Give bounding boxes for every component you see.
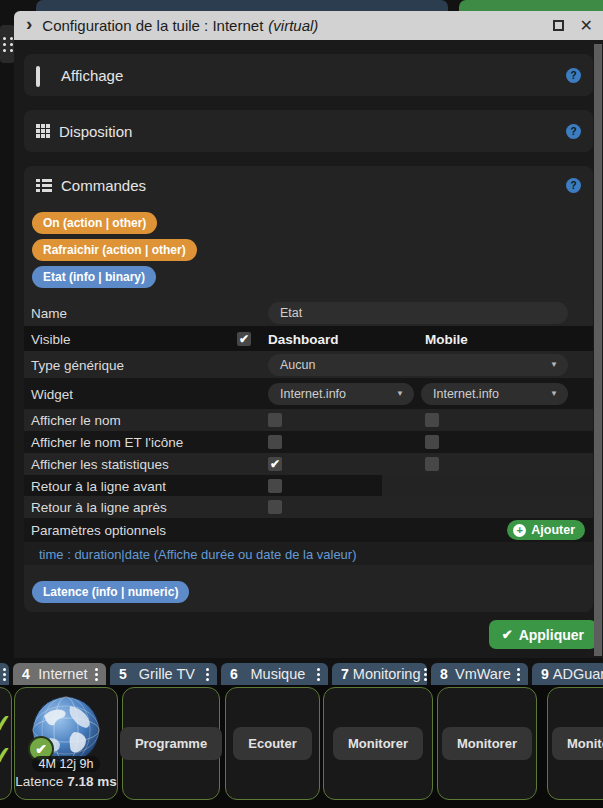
kebab-menu-icon[interactable] [424, 668, 427, 681]
tab-internet[interactable]: 4 Internet [13, 663, 106, 685]
tile-ecouter: Ecouter [225, 687, 320, 800]
chevron-down-icon: ▼ [550, 354, 558, 376]
chevron-down-icon: ▼ [396, 383, 404, 405]
afficher-nom-icone-label: Afficher le nom ET l'icône [31, 435, 183, 450]
name-label: Name [31, 305, 67, 320]
tile-monitorer-3: Monitorer [547, 687, 603, 800]
afficher-nom-mobile-checkbox[interactable]: ✔ [425, 413, 439, 427]
kebab-menu-icon[interactable] [517, 668, 520, 681]
ecouter-button[interactable]: Ecouter [233, 727, 311, 760]
visible-label: Visible [31, 331, 71, 346]
maximize-icon[interactable] [553, 20, 564, 31]
type-generique-label: Type générique [31, 357, 124, 372]
close-icon[interactable]: ✕ [580, 18, 593, 34]
tile-monitorer-2: Monitorer [437, 687, 537, 800]
tile-monitorer-1: Monitorer [323, 687, 433, 800]
widget-label: Widget [31, 386, 73, 401]
ajouter-button[interactable]: + Ajouter [507, 520, 585, 540]
uptime-badge: 4M 12j 9h [32, 756, 101, 772]
tab-musique[interactable]: 6 Musique [221, 663, 328, 685]
row-retour-ligne-avant: Retour à la ligne avant ✔ [24, 475, 593, 496]
section-disposition-label: Disposition [59, 123, 132, 140]
row-parametres-optionnels: Paramètres optionnels + Ajouter [24, 518, 593, 542]
retour-ligne-apres-label: Retour à la ligne après [31, 500, 167, 515]
check-icon: ✔ [502, 627, 513, 642]
tile-internet-status[interactable]: ✔ 4M 12j 9h Latence7.18 ms [14, 687, 118, 800]
chevron-right-icon: › [26, 13, 32, 35]
background-tab-strip-green [459, 0, 603, 11]
section-commandes-label: Commandes [61, 177, 146, 194]
monitor-icon [36, 68, 52, 82]
green-check-icon: ✔ [0, 709, 14, 740]
row-hint: time : duration|date (Affiche durée ou d… [24, 542, 593, 565]
dialog-titlebar[interactable]: › Configuration de la tuile : Internet (… [14, 11, 603, 40]
dialog-body: Affichage ? Disposition ? Commandes ? [14, 40, 603, 658]
kebab-menu-icon[interactable] [95, 668, 98, 681]
dialog-scrollbar[interactable] [594, 44, 602, 656]
tab-vmware[interactable]: 8 VmWare [431, 663, 528, 685]
section-disposition[interactable]: Disposition ? [24, 110, 593, 152]
afficher-statistiques-label: Afficher les statistiques [31, 457, 169, 472]
kebab-menu-icon[interactable] [206, 668, 209, 681]
afficher-nom-dashboard-checkbox[interactable]: ✔ [268, 413, 282, 427]
monitorer-button[interactable]: Monitorer [552, 727, 603, 760]
monitorer-button[interactable]: Monitorer [333, 727, 423, 760]
row-name: Name [24, 299, 593, 326]
row-visible: Visible ✔ Dashboard Mobile [24, 326, 593, 351]
row-afficher-nom: Afficher le nom ✔ ✔ [24, 409, 593, 431]
help-icon-commandes[interactable]: ? [566, 178, 581, 193]
parametres-optionnels-label: Paramètres optionnels [31, 523, 166, 538]
tab-monitoring[interactable]: 7 Monitoring [332, 663, 427, 685]
retour-ligne-avant-label: Retour à la ligne avant [31, 478, 166, 493]
kebab-menu-icon[interactable] [3, 668, 6, 681]
appliquer-button[interactable]: ✔ Appliquer [489, 620, 597, 649]
widget-dashboard-select[interactable]: Internet.info▼ [268, 383, 414, 405]
background-tab-strip-blue [36, 0, 448, 11]
programme-button[interactable]: Programme [120, 727, 222, 760]
help-icon-disposition[interactable]: ? [566, 124, 581, 139]
chevron-down-icon: ▼ [550, 383, 558, 405]
visible-checkbox[interactable]: ✔ [237, 332, 251, 346]
row-afficher-nom-icone: Afficher le nom ET l'icône ✔ ✔ [24, 431, 593, 453]
dialog-title-suffix: (virtual) [268, 17, 318, 34]
tab-partial-left[interactable] [0, 663, 9, 685]
retour-ligne-apres-checkbox[interactable]: ✔ [268, 500, 282, 514]
kebab-menu-icon[interactable] [317, 668, 320, 681]
afficher-nom-icone-dashboard-checkbox[interactable]: ✔ [268, 435, 282, 449]
tile-programme: Programme [122, 687, 220, 800]
command-form: Name Visible ✔ Dashboard Mobile Type gén… [24, 299, 593, 565]
list-icon [36, 179, 52, 192]
section-affichage[interactable]: Affichage ? [24, 54, 593, 96]
grip-dots-icon [3, 37, 13, 52]
tile-partial-left: ✔ ✔ [0, 687, 12, 800]
grid-icon [36, 124, 50, 138]
help-icon-affichage[interactable]: ? [566, 68, 581, 83]
tab-adguard[interactable]: 9 ADGuard [532, 663, 603, 685]
scrollbar-thumb[interactable] [594, 44, 602, 656]
section-affichage-label: Affichage [61, 67, 123, 84]
command-badges: On (action | other) Rafraichir (action |… [32, 212, 593, 288]
retour-ligne-avant-checkbox[interactable]: ✔ [268, 479, 282, 493]
command-badge-latence[interactable]: Latence (info | numeric) [32, 581, 189, 603]
afficher-nom-icone-mobile-checkbox[interactable]: ✔ [425, 435, 439, 449]
command-badge-etat[interactable]: Etat (info | binary) [32, 266, 156, 288]
dashboard-tiles: ✔ ✔ [0, 685, 603, 808]
dialog-drag-handle[interactable] [0, 25, 15, 63]
dashboard-tab-bar: 4 Internet 5 Grille TV 6 Musique 7 Monit… [0, 663, 603, 685]
command-badge-on[interactable]: On (action | other) [32, 212, 157, 234]
monitorer-button[interactable]: Monitorer [442, 727, 532, 760]
command-badge-rafraichir[interactable]: Rafraichir (action | other) [32, 239, 197, 261]
latency-text: Latence7.18 ms [15, 774, 117, 789]
widget-mobile-select[interactable]: Internet.info▼ [421, 383, 568, 405]
afficher-statistiques-mobile-checkbox[interactable]: ✔ [425, 457, 439, 471]
tile-configuration-dialog: › Configuration de la tuile : Internet (… [14, 11, 603, 658]
row-retour-ligne-apres: Retour à la ligne après ✔ [24, 496, 593, 518]
mobile-column-header: Mobile [425, 331, 468, 346]
afficher-statistiques-dashboard-checkbox[interactable]: ✔ [268, 457, 282, 471]
name-input[interactable] [268, 302, 568, 324]
green-check-icon: ✔ [0, 741, 14, 772]
afficher-nom-label: Afficher le nom [31, 413, 121, 428]
tab-grille-tv[interactable]: 5 Grille TV [110, 663, 217, 685]
type-generique-select[interactable]: Aucun▼ [268, 354, 568, 376]
row-type-generique: Type générique Aucun▼ [24, 351, 593, 378]
